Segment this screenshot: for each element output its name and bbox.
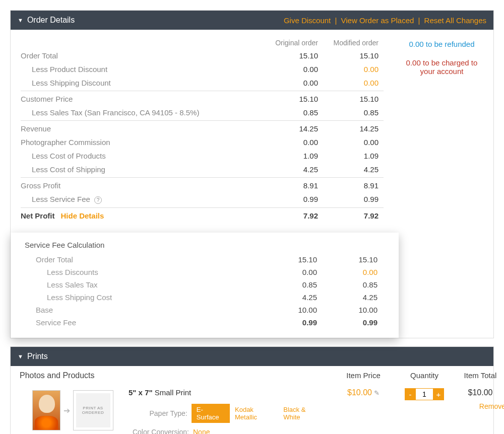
qty-increment-button[interactable]: + [433,388,444,400]
order-details-title: Order Details [27,16,75,25]
remove-link[interactable]: Remove [479,402,504,410]
photos-products-title: Photos and Products [20,371,125,380]
side-summary: 0.00 to be refunded 0.00 to be charged t… [400,40,483,76]
prints-panel: ▼ Prints Photos and Products Item Price … [10,346,494,434]
qty-input[interactable] [416,388,433,400]
arrow-right-icon: ➔ [64,406,70,415]
prints-header: ▼ Prints [11,347,493,366]
chevron-down-icon[interactable]: ▼ [18,353,23,359]
paper-type-selected[interactable]: E-Surface [192,404,230,423]
give-discount-link[interactable]: Give Discount [284,16,331,25]
chevron-down-icon[interactable]: ▼ [18,17,23,23]
quantity-stepper: - + [397,388,452,400]
help-icon[interactable]: ? [94,196,102,204]
pencil-icon[interactable]: ✎ [374,389,380,397]
col-modified: Modified order [318,39,379,47]
item-price: $10.00✎ [333,388,394,397]
prints-title: Prints [27,352,48,361]
order-details-header: ▼ Order Details Give Discount | View Ord… [11,11,493,30]
product-cell: 5" x 7" Small Print Paper Type: E-Surfac… [129,388,330,434]
view-order-link[interactable]: View Order as Placed [341,16,414,25]
qty-decrement-button[interactable]: - [405,388,416,400]
header-actions: Give Discount | View Order as Placed | R… [284,16,486,25]
hide-details-link[interactable]: Hide Details [61,211,104,220]
paper-type-option[interactable]: Black & White [283,406,323,421]
photo-cell: ➔ PRINT AS ORDERED Wedding-363.jpg Chang… [20,388,125,434]
photo-thumbnail[interactable] [32,390,60,430]
item-total: $10.00 [455,388,504,397]
print-as-ordered-box[interactable]: PRINT AS ORDERED [73,390,113,430]
reset-all-link[interactable]: Reset All Changes [424,16,486,25]
order-details-panel: ▼ Order Details Give Discount | View Ord… [10,10,494,338]
paper-type-option[interactable]: Kodak Metallic [235,406,276,421]
color-conversion-value[interactable]: None [193,428,210,434]
col-original: Original order [258,39,318,47]
service-fee-calc: Service Fee Calculation Order Total15.10… [11,233,399,338]
